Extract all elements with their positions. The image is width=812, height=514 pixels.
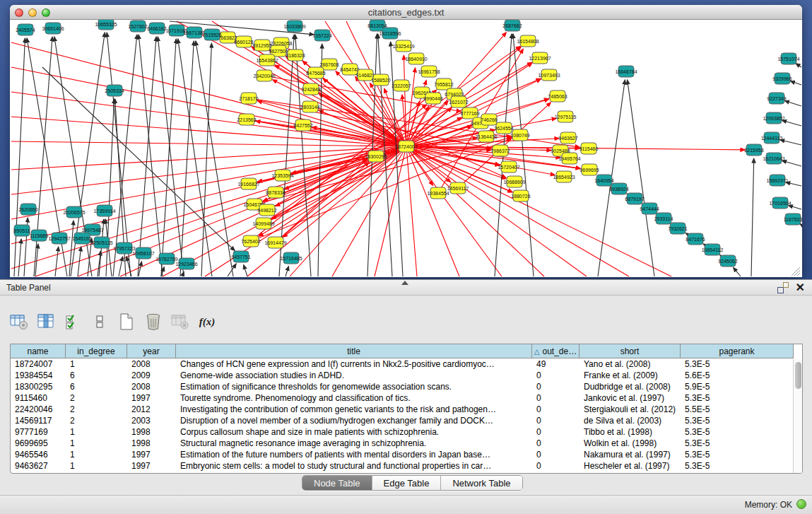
- network-node[interactable]: 2933114: [654, 213, 673, 224]
- window-titlebar[interactable]: citations_edges.txt: [10, 5, 802, 20]
- function-builder-button[interactable]: f(x): [198, 313, 216, 331]
- network-node[interactable]: 12444113: [761, 132, 783, 144]
- network-node[interactable]: 18654923: [553, 171, 575, 182]
- float-panel-icon[interactable]: [777, 282, 789, 293]
- network-node[interactable]: 9474444: [640, 203, 659, 214]
- network-node[interactable]: 1880726: [511, 190, 530, 201]
- network-node[interactable]: 7357224: [312, 30, 331, 41]
- vertical-scrollbar[interactable]: [793, 359, 802, 474]
- network-node[interactable]: 1545193: [72, 233, 91, 244]
- network-node[interactable]: 9115460: [579, 143, 599, 154]
- network-node[interactable]: 1621072: [449, 96, 468, 107]
- network-node[interactable]: 19166827: [237, 178, 259, 189]
- network-node[interactable]: 10958107: [132, 247, 154, 259]
- network-canvas[interactable]: 1872400776638228660128891295523226058982…: [10, 20, 802, 277]
- splitter-handle[interactable]: [401, 281, 408, 285]
- network-node[interactable]: 18300295: [365, 151, 387, 162]
- network-node[interactable]: 12093852: [763, 112, 784, 124]
- network-node[interactable]: 13325419: [392, 40, 414, 52]
- network-node[interactable]: 16961758: [418, 66, 440, 77]
- network-node[interactable]: 7625402: [241, 235, 260, 247]
- table-row[interactable]: 1872400712008Changes of HCN gene express…: [11, 359, 794, 370]
- network-node[interactable]: 23420046: [253, 70, 275, 81]
- network-node[interactable]: 8471676: [686, 233, 705, 245]
- table-row[interactable]: 977716911998Corpus callosum shape and si…: [11, 427, 794, 438]
- column-header-name[interactable]: name: [11, 344, 66, 358]
- new-column-button[interactable]: [117, 313, 136, 331]
- network-node[interactable]: 1080749: [510, 129, 529, 141]
- column-header-in_degree[interactable]: in_degree: [66, 344, 127, 358]
- column-header-year[interactable]: year: [127, 344, 176, 358]
- close-panel-icon[interactable]: ✕: [796, 282, 805, 293]
- network-node[interactable]: 9242848: [301, 83, 320, 95]
- network-node[interactable]: 30691406: [42, 23, 64, 34]
- network-node[interactable]: 10973493: [538, 69, 560, 81]
- network-node[interactable]: 16782759: [155, 253, 177, 264]
- tab-network-table[interactable]: Network Table: [441, 476, 522, 490]
- network-node[interactable]: 14099489: [252, 218, 274, 229]
- column-header-out_de[interactable]: △out_de…: [532, 344, 579, 358]
- network-node[interactable]: 9463627: [558, 132, 577, 144]
- delete-column-button[interactable]: [144, 313, 163, 331]
- scrollbar-thumb[interactable]: [795, 362, 801, 389]
- table-row[interactable]: 969969511998Structural magnetic resonanc…: [11, 438, 794, 450]
- network-node[interactable]: 1640954: [594, 175, 613, 186]
- network-node[interactable]: 8215958: [744, 144, 763, 156]
- network-node[interactable]: 12923466: [175, 258, 197, 269]
- network-node[interactable]: 9329966: [772, 73, 792, 84]
- network-node[interactable]: 8427552: [293, 119, 312, 131]
- network-node[interactable]: 8475685: [306, 67, 325, 78]
- network-node[interactable]: 2322057: [392, 80, 411, 91]
- table-settings-button[interactable]: [10, 313, 28, 331]
- network-node[interactable]: 9990448: [423, 93, 442, 104]
- network-node[interactable]: 19218596: [379, 28, 401, 39]
- network-node[interactable]: 746266: [481, 114, 497, 125]
- network-node[interactable]: 2803144: [300, 101, 319, 112]
- table-row[interactable]: 946554611997Estimation of the future num…: [11, 450, 794, 461]
- table-row[interactable]: 911546021997Tourette syndrome. Phenomeno…: [11, 393, 794, 404]
- network-node[interactable]: 2505334: [105, 85, 124, 96]
- network-node[interactable]: 16033809: [283, 21, 305, 32]
- network-node[interactable]: 12975115: [555, 111, 577, 122]
- canvas-resize-grip[interactable]: [792, 267, 800, 276]
- network-node[interactable]: 8186328: [286, 49, 305, 61]
- network-node[interactable]: 14569117: [447, 182, 469, 194]
- network-node[interactable]: 1527602: [128, 21, 147, 32]
- network-node[interactable]: 7515526: [202, 29, 221, 40]
- network-node[interactable]: 6466162: [147, 23, 166, 34]
- network-node[interactable]: 15720407: [498, 161, 519, 173]
- network-node[interactable]: 16914479: [264, 237, 286, 248]
- network-node[interactable]: 15692971: [766, 175, 788, 186]
- network-node[interactable]: 16543862: [256, 54, 278, 66]
- memory-status-indicator[interactable]: [796, 499, 806, 509]
- network-node[interactable]: 10655325: [95, 20, 117, 30]
- network-node[interactable]: 21364436: [475, 131, 497, 142]
- tab-node-table[interactable]: Node Table: [302, 476, 372, 490]
- network-node[interactable]: 18640910: [405, 53, 427, 64]
- network-node[interactable]: 1167533: [784, 214, 802, 225]
- network-node[interactable]: 9245052: [718, 255, 737, 267]
- network-node[interactable]: 7932621: [668, 223, 687, 234]
- network-node[interactable]: 9227349: [767, 93, 786, 104]
- network-node[interactable]: 6879197: [625, 193, 644, 204]
- network-node[interactable]: 20206575: [63, 206, 85, 218]
- network-node[interactable]: 10654112: [702, 244, 724, 255]
- show-columns-button[interactable]: [37, 313, 55, 331]
- network-node[interactable]: 9699695: [579, 164, 599, 175]
- table-row[interactable]: 946362711997Embryonic stem cells: a mode…: [11, 461, 794, 472]
- network-node[interactable]: 2620650: [18, 204, 37, 215]
- network-node[interactable]: 2687682: [502, 20, 522, 31]
- row-height-button[interactable]: [90, 313, 109, 331]
- network-node[interactable]: 2405574: [16, 24, 35, 35]
- network-node[interactable]: 7485063: [548, 90, 567, 102]
- network-node[interactable]: 17016504: [769, 197, 791, 209]
- network-node[interactable]: 18724007: [395, 141, 417, 152]
- table-row[interactable]: 1456911722003Disruption of a novel membe…: [11, 416, 794, 427]
- table-row[interactable]: 2242004622012Investigating the contribut…: [11, 404, 794, 416]
- network-node[interactable]: 1115686: [30, 230, 48, 241]
- network-node[interactable]: 19495764: [558, 153, 580, 164]
- network-node[interactable]: 15716485: [280, 252, 302, 264]
- network-node[interactable]: 12353594: [271, 170, 293, 181]
- network-node[interactable]: 12942757: [48, 233, 70, 244]
- network-node[interactable]: 8660128: [234, 36, 253, 47]
